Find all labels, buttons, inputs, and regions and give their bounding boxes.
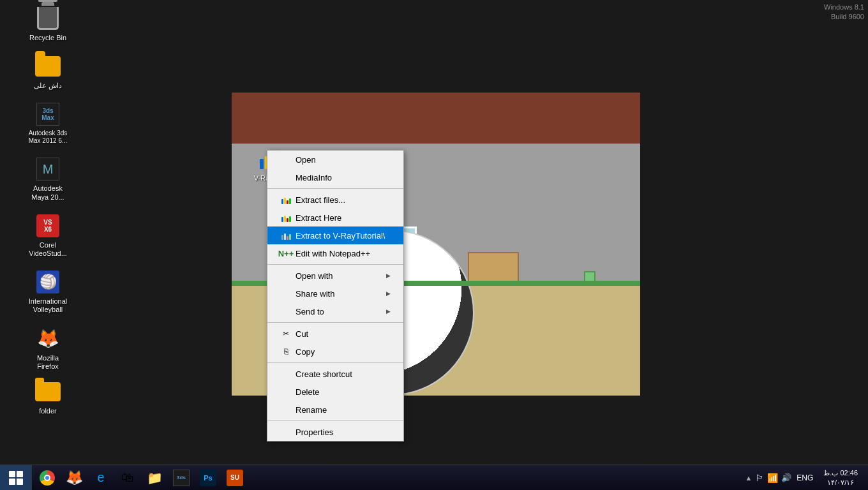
context-menu: Open MediaInfo Extract file xyxy=(267,150,404,442)
windows-logo-icon xyxy=(9,471,23,485)
3dsmax-icon: 3dsMax xyxy=(35,101,61,127)
taskbar-store[interactable]: 🛍 xyxy=(115,466,140,489)
maya-icon: M xyxy=(35,156,61,182)
taskbar-3ds[interactable]: 3ds xyxy=(168,466,194,489)
separator-1 xyxy=(267,188,403,189)
separator-4 xyxy=(267,362,403,363)
separator-3 xyxy=(267,322,403,323)
corel-label: CorelVideoStud... xyxy=(29,241,67,258)
menu-item-mediainfo[interactable]: MediaInfo xyxy=(267,168,403,186)
menu-properties-label: Properties xyxy=(296,427,333,437)
desktop-icon-folder[interactable]: folder xyxy=(22,376,73,418)
taskbar-right: ▲ 🏳 📶 🔊 ENG 02:46 ب.ظ ۱۴/۰۷/۱۶ xyxy=(740,468,868,487)
menu-open-with-label: Open with xyxy=(296,271,333,281)
menu-extract-to-label: Extract to V-RayTutorial\ xyxy=(296,231,385,241)
windows-version: Windows 8.1 Build 9600 xyxy=(820,0,868,25)
properties-icon xyxy=(280,426,292,438)
menu-share-with-label: Share with xyxy=(296,289,334,299)
desktop-icon-corel[interactable]: VSX6 CorelVideoStud... xyxy=(22,211,73,260)
menu-mediainfo-label: MediaInfo xyxy=(296,173,332,182)
extract-to-icon xyxy=(280,230,292,241)
taskbar-apps: 🦊 e 🛍 📁 3ds Ps SU xyxy=(32,466,740,489)
notepad-icon: N++ xyxy=(280,248,292,259)
separator-5 xyxy=(267,420,403,421)
menu-edit-notepad-label: Edit with Notepad++ xyxy=(296,249,370,258)
menu-item-extract-to[interactable]: Extract to V-RayTutorial\ xyxy=(267,226,403,244)
win-version-line2: Build 9600 xyxy=(824,12,864,22)
taskbar-ie[interactable]: e xyxy=(88,466,114,489)
desktop-icon-3dsmax[interactable]: 3dsMax Autodesk 3dsMax 2012 6... xyxy=(22,99,73,147)
mediainfo-icon xyxy=(280,172,292,183)
taskbar-explorer[interactable]: 📁 xyxy=(142,466,167,489)
recycle-bin-icon xyxy=(35,6,61,31)
desktop: Recycle Bin داش علی 3dsMax Autodesk 3dsM… xyxy=(0,0,868,464)
firefox-desktop-icon: 🦊 xyxy=(35,326,61,352)
firefox-label: MozillaFirefox xyxy=(37,354,59,371)
menu-cut-label: Cut xyxy=(296,329,308,339)
desktop-icon-dash-ali[interactable]: داش علی xyxy=(22,51,73,93)
menu-item-extract-here[interactable]: Extract Here xyxy=(267,209,403,226)
clock-time: 02:46 ب.ظ xyxy=(823,468,858,477)
delete-icon xyxy=(280,386,292,397)
menu-copy-label: Copy xyxy=(296,347,315,357)
folder-label: folder xyxy=(39,407,57,415)
open-icon xyxy=(280,154,292,165)
desktop-icon-firefox[interactable]: 🦊 MozillaFirefox xyxy=(22,323,73,373)
dash-ali-icon xyxy=(35,54,61,79)
clock-date: ۱۴/۰۷/۱۶ xyxy=(827,478,854,487)
menu-create-shortcut-label: Create shortcut xyxy=(296,369,352,379)
menu-item-open-with[interactable]: Open with xyxy=(267,267,403,285)
scene-roof xyxy=(232,93,640,144)
recycle-bin-label: Recycle Bin xyxy=(29,34,66,42)
taskbar-chrome[interactable] xyxy=(34,466,60,489)
taskbar-explorer-icon: 📁 xyxy=(147,470,163,486)
desktop-icon-volleyball[interactable]: 🏐 InternationalVolleyball xyxy=(22,267,73,316)
copy-icon: ⎘ xyxy=(280,346,292,357)
taskbar-ie-icon: e xyxy=(97,470,104,485)
taskbar-ps[interactable]: Ps xyxy=(195,466,221,489)
share-with-icon xyxy=(280,288,292,299)
menu-item-send-to[interactable]: Send to xyxy=(267,302,403,320)
menu-delete-label: Delete xyxy=(296,387,320,397)
extract-here-icon xyxy=(280,212,292,223)
desktop-icon-recycle-bin[interactable]: Recycle Bin xyxy=(22,3,73,45)
start-button[interactable] xyxy=(0,465,32,491)
maya-label: AutodeskMaya 20... xyxy=(31,184,64,201)
taskbar-firefox[interactable]: 🦊 xyxy=(61,466,87,489)
taskbar-sketchup[interactable]: SU xyxy=(222,466,248,489)
desktop-icons-area: Recycle Bin داش علی 3dsMax Autodesk 3dsM… xyxy=(0,0,96,424)
send-to-icon xyxy=(280,306,292,317)
cut-icon: ✂ xyxy=(280,328,292,339)
taskbar-lang[interactable]: ENG xyxy=(794,473,816,482)
menu-item-edit-notepad[interactable]: N++ Edit with Notepad++ xyxy=(267,244,403,262)
systray-arrow[interactable]: ▲ xyxy=(745,474,752,482)
volleyball-icon: 🏐 xyxy=(35,269,61,295)
taskbar-store-icon: 🛍 xyxy=(121,470,134,485)
menu-item-create-shortcut[interactable]: Create shortcut xyxy=(267,365,403,383)
menu-item-rename[interactable]: Rename xyxy=(267,401,403,419)
menu-item-cut[interactable]: ✂ Cut xyxy=(267,325,403,343)
create-shortcut-icon xyxy=(280,368,292,380)
dash-ali-label: داش علی xyxy=(34,82,62,90)
menu-item-properties[interactable]: Properties xyxy=(267,423,403,441)
menu-item-delete[interactable]: Delete xyxy=(267,383,403,401)
open-with-icon xyxy=(280,270,292,281)
corel-icon: VSX6 xyxy=(35,213,61,239)
rename-icon xyxy=(280,404,292,415)
desktop-icon-maya[interactable]: M AutodeskMaya 20... xyxy=(22,154,73,204)
menu-item-extract-files[interactable]: Extract files... xyxy=(267,191,403,209)
menu-item-share-with[interactable]: Share with xyxy=(267,285,403,302)
menu-extract-here-label: Extract Here xyxy=(296,213,341,223)
taskbar-clock[interactable]: 02:46 ب.ظ ۱۴/۰۷/۱۶ xyxy=(818,468,863,487)
systray-icons: ▲ 🏳 📶 🔊 xyxy=(745,473,791,483)
volleyball-label: InternationalVolleyball xyxy=(29,297,68,314)
menu-item-open[interactable]: Open xyxy=(267,151,403,168)
menu-open-label: Open xyxy=(296,155,316,165)
taskbar: 🦊 e 🛍 📁 3ds Ps SU ▲ xyxy=(0,464,868,490)
systray-flag-icon: 🏳 xyxy=(755,473,764,483)
extract-files-icon xyxy=(280,194,292,205)
menu-rename-label: Rename xyxy=(296,405,327,415)
menu-item-copy[interactable]: ⎘ Copy xyxy=(267,343,403,360)
menu-extract-files-label: Extract files... xyxy=(296,195,345,205)
win-version-line1: Windows 8.1 xyxy=(824,3,864,12)
